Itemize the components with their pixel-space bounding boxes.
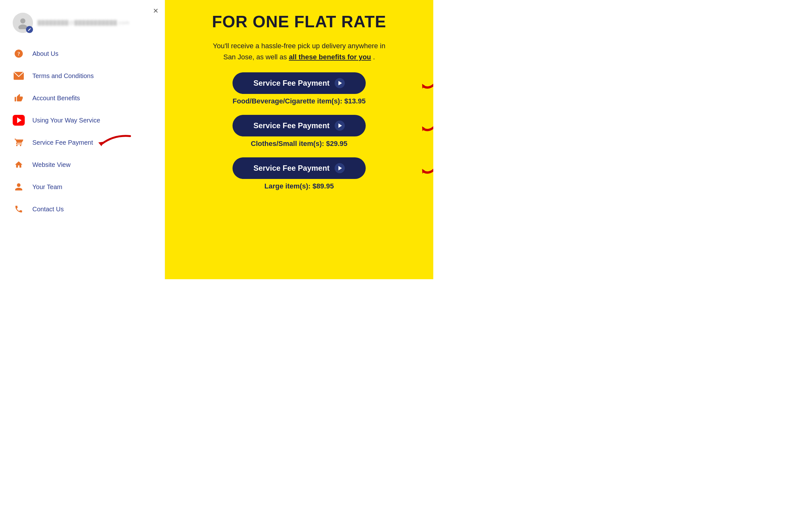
user-section: ████████@███████████.com (0, 10, 165, 43)
service-fee-button-3[interactable]: Service Fee Payment (232, 157, 366, 179)
cart-icon (13, 137, 25, 148)
play-icon-2 (335, 120, 345, 131)
fee-section-3: Service Fee Payment Large item(s): $89.9… (184, 157, 414, 190)
sidebar-item-about-us[interactable]: ? About Us (0, 43, 165, 65)
sidebar-item-label: Using Your Way Service (32, 117, 100, 124)
user-email: ████████@███████████.com (38, 20, 129, 26)
sidebar-item-label: About Us (32, 50, 58, 57)
thumbsup-icon (13, 92, 25, 104)
sidebar-item-label: Website View (32, 161, 70, 169)
arrow-1 (417, 66, 433, 98)
service-fee-button-2[interactable]: Service Fee Payment (232, 115, 366, 137)
sidebar-item-label: Account Benefits (32, 95, 80, 102)
nav-list: ? About Us Terms and Conditions Accou (0, 43, 165, 220)
envelope-icon (13, 70, 25, 82)
sidebar-item-your-team[interactable]: Your Team (0, 176, 165, 198)
svg-text:?: ? (17, 51, 20, 57)
fee-label-2: Clothes/Small item(s): $29.95 (251, 140, 347, 148)
play-icon-1 (335, 78, 345, 88)
main-title: FOR ONE FLAT RATE (212, 13, 386, 31)
sidebar-item-label: Terms and Conditions (32, 72, 93, 80)
play-icon-3 (335, 163, 345, 173)
arrow-3 (417, 151, 433, 183)
sidebar-item-service-fee[interactable]: Service Fee Payment (0, 131, 165, 154)
edit-badge[interactable] (26, 26, 33, 33)
svg-point-0 (20, 18, 25, 24)
fee-section-1: Service Fee Payment Food/Beverage/Cigare… (184, 72, 414, 105)
sidebar-item-label: Service Fee Payment (32, 139, 93, 146)
youtube-icon (13, 114, 25, 126)
fee-label-3: Large item(s): $89.95 (264, 182, 334, 190)
phone-icon (13, 203, 25, 215)
arrow-2 (417, 109, 433, 140)
sidebar-item-terms[interactable]: Terms and Conditions (0, 65, 165, 87)
avatar-wrap (13, 13, 33, 33)
home-icon (13, 159, 25, 171)
edit-icon (28, 28, 31, 31)
question-icon: ? (13, 47, 25, 60)
left-panel: × ████████@███████████.com ? (0, 0, 165, 279)
right-panel: FOR ONE FLAT RATE You'll receive a hassl… (165, 0, 433, 279)
sidebar-item-label: Contact Us (32, 205, 64, 213)
sidebar-item-website-view[interactable]: Website View (0, 154, 165, 176)
sidebar-item-label: Your Team (32, 183, 62, 191)
close-button[interactable]: × (153, 6, 158, 15)
service-fee-button-1[interactable]: Service Fee Payment (232, 72, 366, 94)
sidebar-item-using-service[interactable]: Using Your Way Service (0, 109, 165, 131)
person-icon (13, 181, 25, 193)
fee-label-1: Food/Beverage/Cigarette item(s): $13.95 (232, 97, 365, 105)
fee-section-2: Service Fee Payment Clothes/Small item(s… (184, 115, 414, 148)
sidebar-item-account-benefits[interactable]: Account Benefits (0, 87, 165, 109)
sidebar-item-contact-us[interactable]: Contact Us (0, 198, 165, 220)
benefits-link[interactable]: all these benefits for you (289, 53, 371, 61)
arrow-indicator (95, 133, 133, 152)
subtitle-text: You'll receive a hassle-free pick up del… (207, 40, 391, 62)
